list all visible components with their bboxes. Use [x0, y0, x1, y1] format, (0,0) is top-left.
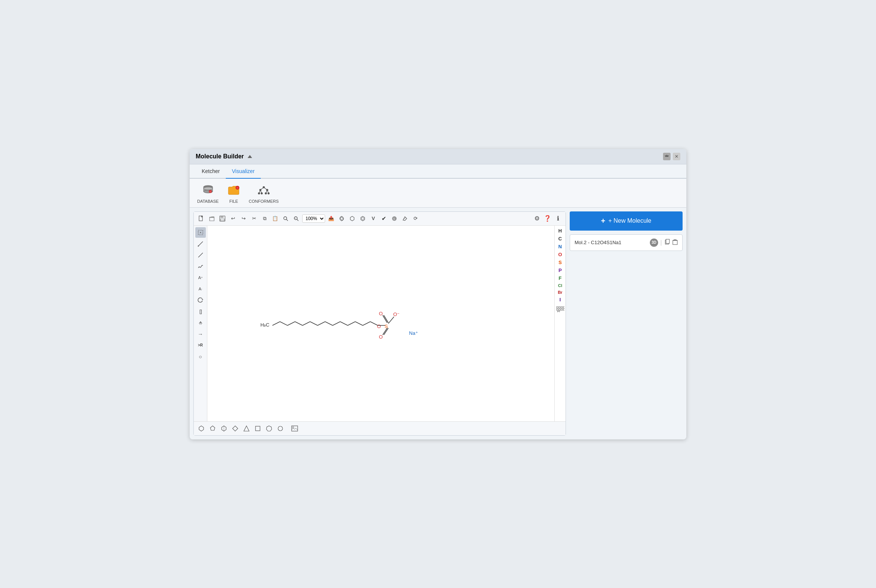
save-button[interactable]: [218, 214, 227, 223]
select-tool[interactable]: [195, 227, 206, 238]
diamond-icon: [232, 425, 238, 432]
settings-button[interactable]: ⚙: [532, 214, 541, 223]
new-doc-icon: [198, 216, 204, 222]
circle-tool[interactable]: ○: [195, 351, 206, 362]
search-icon: [283, 216, 289, 222]
svg-line-50: [303, 322, 310, 325]
rotate-tool[interactable]: [195, 295, 206, 305]
search-button[interactable]: [281, 214, 290, 223]
help-button[interactable]: ❓: [543, 214, 552, 223]
wave-bond-tool[interactable]: [195, 261, 206, 272]
element-Br[interactable]: Br: [555, 289, 566, 295]
text-up-tool[interactable]: A+: [195, 272, 206, 283]
info-button[interactable]: ℹ: [554, 214, 563, 223]
file-label: FILE: [229, 199, 238, 204]
element-F[interactable]: F: [555, 275, 566, 282]
copy-button[interactable]: ⧉: [260, 214, 269, 223]
save-icon: [219, 216, 225, 222]
molecule-display: H₃C: [253, 286, 509, 361]
svg-text:O: O: [379, 311, 383, 316]
bond-tool[interactable]: [195, 239, 206, 249]
atom-map-button[interactable]: [337, 214, 346, 223]
periodic-table-button[interactable]: PT: [555, 305, 566, 315]
erase-button[interactable]: [400, 214, 409, 223]
search2-button[interactable]: +: [292, 214, 301, 223]
paste-button[interactable]: 📋: [271, 214, 280, 223]
shape-pent[interactable]: [208, 424, 217, 433]
element-Cl[interactable]: Cl: [555, 283, 566, 289]
ring2-button[interactable]: [358, 214, 367, 223]
rgroup-tool[interactable]: >R: [195, 340, 206, 351]
svg-rect-90: [292, 426, 298, 431]
svg-rect-87: [256, 426, 260, 431]
svg-point-41: [198, 245, 199, 246]
mol-copy-button[interactable]: [664, 239, 670, 246]
svg-point-8: [236, 187, 239, 189]
shape-tri[interactable]: [242, 424, 251, 433]
tab-visualizer[interactable]: Visualizer: [226, 164, 260, 179]
open-button[interactable]: [207, 214, 216, 223]
svg-rect-94: [673, 240, 677, 245]
svg-text:Na⁺: Na⁺: [409, 330, 418, 336]
tab-ketcher[interactable]: Ketcher: [196, 164, 226, 179]
element-N[interactable]: N: [555, 243, 566, 250]
svg-point-13: [261, 192, 263, 194]
undo-button[interactable]: ↩: [228, 214, 237, 223]
mol-3d-button[interactable]: 3D: [650, 239, 658, 247]
element-S[interactable]: S: [555, 259, 566, 266]
bracket-tool[interactable]: [ ]: [195, 306, 206, 317]
pentagon-icon: [210, 425, 216, 432]
toolbar-file[interactable]: FILE: [226, 182, 241, 204]
toolbar-database[interactable]: DATABASE: [197, 182, 219, 204]
svg-line-65: [383, 315, 387, 323]
sgroup-button[interactable]: S: [390, 214, 399, 223]
v-button[interactable]: V: [369, 214, 378, 223]
rotate-tool[interactable]: ⟳: [411, 214, 420, 223]
molecule-card-label: Mol.2 - C12O4S1Na1: [575, 240, 621, 245]
collapse-arrow-icon[interactable]: [248, 155, 252, 158]
shape-circle[interactable]: [276, 424, 285, 433]
tab-bar: Ketcher Visualizer: [190, 164, 686, 179]
check-button[interactable]: ✔: [379, 214, 388, 223]
svg-marker-32: [350, 216, 354, 221]
conformers-label: CONFORMERS: [249, 199, 278, 204]
single-bond-tool[interactable]: [195, 250, 206, 260]
element-P[interactable]: P: [555, 267, 566, 274]
element-C[interactable]: C: [555, 235, 566, 242]
image-tool[interactable]: [290, 424, 299, 433]
ring-button[interactable]: [348, 214, 357, 223]
database-label: DATABASE: [197, 199, 219, 204]
shape-hex2[interactable]: [219, 424, 228, 433]
svg-rect-24: [221, 216, 224, 218]
arrow-tool[interactable]: →: [195, 329, 206, 339]
element-H[interactable]: H: [555, 227, 566, 234]
export-button[interactable]: 📤: [327, 214, 336, 223]
shape-hept[interactable]: [265, 424, 274, 433]
shape-rect[interactable]: [253, 424, 262, 433]
svg-marker-33: [361, 216, 365, 221]
element-I[interactable]: I: [555, 296, 566, 303]
cut-button[interactable]: ✂: [249, 214, 259, 223]
svg-line-48: [287, 322, 295, 325]
redo-button[interactable]: ↪: [239, 214, 248, 223]
new-molecule-label: + New Molecule: [608, 217, 651, 224]
new-molecule-button[interactable]: + + New Molecule: [570, 211, 683, 231]
mol-delete-button[interactable]: [672, 239, 678, 246]
drawing-area[interactable]: H₃C: [207, 226, 554, 421]
side-toolbar: A+ A- [ ]: [194, 226, 207, 421]
shape-pent2[interactable]: [231, 424, 240, 433]
svg-text:S: S: [393, 217, 395, 220]
shape-hex[interactable]: [197, 424, 206, 433]
zoom-select[interactable]: 100% 75% 150%: [302, 214, 325, 223]
minimize-button[interactable]: [663, 153, 671, 160]
svg-text:H₃C: H₃C: [260, 322, 269, 328]
search2-icon: +: [293, 216, 299, 222]
svg-marker-82: [210, 426, 215, 430]
new-doc-button[interactable]: [197, 214, 206, 223]
element-O[interactable]: O: [555, 251, 566, 258]
text-down-tool[interactable]: A-: [195, 284, 206, 294]
svg-line-57: [355, 322, 363, 325]
attachment-tool[interactable]: [195, 318, 206, 328]
close-button[interactable]: ✕: [673, 153, 680, 160]
toolbar-conformers[interactable]: CONFORMERS: [249, 182, 278, 204]
